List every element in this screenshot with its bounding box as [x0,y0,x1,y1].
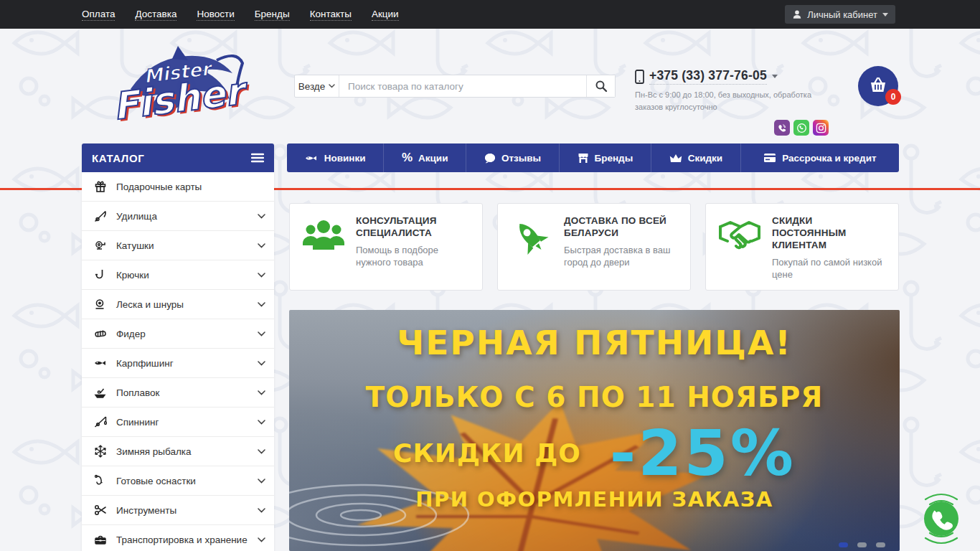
chevron-down-icon [258,331,265,336]
feature-text: Помощь в подборе нужного товара [356,245,472,269]
top-utility-bar: Оплата Доставка Новости Бренды Контакты … [0,0,980,29]
snowflake-icon [89,444,112,458]
page: Оплата Доставка Новости Бренды Контакты … [0,0,980,551]
topbar-link-brands[interactable]: Бренды [255,9,290,21]
nav-label: Бренды [595,153,633,164]
search-input[interactable] [339,75,586,97]
phone-block: +375 (33) 377-76-05 Пн-Вс с 9:00 до 18:0… [635,68,821,113]
topbar-link-delivery[interactable]: Доставка [135,9,176,21]
hook-icon [89,268,112,282]
catalog-item-rigs[interactable]: Готовые оснастки [82,466,274,496]
topbar-link-contacts[interactable]: Контакты [310,9,352,21]
phone-number: +375 (33) 377-76-05 [649,68,767,85]
crown-icon [669,153,682,164]
carousel-dot-3[interactable] [876,542,885,547]
search-scope-select[interactable]: Везде [295,75,339,97]
hamburger-icon [251,153,264,163]
rocket-icon [509,215,554,290]
nav-item-reviews[interactable]: Отзывы [466,143,560,172]
chevron-down-icon [258,537,265,542]
carousel-dot-1[interactable] [839,542,848,547]
feature-title: ДОСТАВКА ПО ВСЕЙ БЕЛАРУСИ [564,215,680,240]
catalog-item-label: Леска и шнуры [116,299,258,310]
catalog-item-feeder[interactable]: Фидер [82,319,274,349]
banner-text-layer: ЧЕРНАЯ ПЯТНИЦА! ТОЛЬКО С 6 ПО 11 НОЯБРЯ … [289,310,900,551]
search-scope-value: Везде [298,81,326,92]
topbar-link-payment[interactable]: Оплата [82,9,115,21]
catalog-item-label: Катушки [116,240,258,251]
feature-card-delivery: ДОСТАВКА ПО ВСЕЙ БЕЛАРУСИ Быстрая достав… [497,203,691,291]
phone-dropdown[interactable]: +375 (33) 377-76-05 [635,68,821,85]
cart-button[interactable]: 0 [858,66,898,106]
percent-icon: % [402,151,413,165]
catalog-sidebar: КАТАЛОГ Подарочные карты [82,143,274,551]
social-links [774,120,829,136]
account-button[interactable]: Личный кабинет [785,5,895,24]
mobile-phone-icon [635,70,644,84]
topbar-link-news[interactable]: Новости [197,9,234,21]
feature-text: Покупай по самой низкой цене [772,257,888,281]
fish-icon [305,154,319,163]
catalog-item-label: Поплавок [116,387,258,398]
feature-card-consultation: КОНСУЛЬТАЦИЯ СПЕЦИАЛИСТА Помощь в подбор… [289,203,483,291]
reel-icon [89,238,112,253]
feature-cards: КОНСУЛЬТАЦИЯ СПЕЦИАЛИСТА Помощь в подбор… [289,203,899,291]
viber-icon[interactable] [774,120,790,136]
feature-title: СКИДКИ ПОСТОЯННЫМ КЛИЕНТАМ [772,215,888,252]
logo[interactable]: Mister Fisher Fisher [109,39,250,136]
nav-item-discounts[interactable]: Скидки [651,143,741,172]
catalog-item-label: Спиннинг [116,417,258,428]
banner-discount-row: СКИДКИ ДО -25% [393,425,796,481]
catalog-item-carpfishing[interactable]: Карпфишинг [82,349,274,378]
catalog-item-reels[interactable]: Катушки [82,231,274,260]
catalog-item-storage[interactable]: Транспортировка и хранение [82,525,274,551]
nav-item-promos[interactable]: % Акции [384,143,466,172]
banner-footnote: ПРИ ОФОРМЛЕНИИ ЗАКАЗА [415,487,773,512]
chevron-down-icon [258,449,265,454]
chevron-down-icon [258,361,265,366]
logo-word-fisher: Fisher [110,69,250,128]
chevron-down-icon [258,479,265,484]
catalog-item-label: Удилища [116,211,258,222]
people-group-icon [301,215,346,290]
nav-item-credit[interactable]: Рассрочка и кредит [741,143,899,172]
search-button[interactable] [586,75,615,97]
chevron-down-icon [772,75,778,78]
catalog-item-label: Инструменты [116,505,258,516]
catalog-item-spinning[interactable]: Спиннинг [82,408,274,437]
catalog-item-tools[interactable]: Инструменты [82,496,274,525]
instagram-icon[interactable] [813,120,829,136]
catalog-item-label: Крючки [116,270,258,281]
account-label: Личный кабинет [807,9,877,20]
catalog-item-floats[interactable]: Поплавок [82,378,274,408]
catalog-header[interactable]: КАТАЛОГ [82,143,274,172]
catalog-item-label: Зимняя рыбалка [116,446,258,457]
feature-card-body: КОНСУЛЬТАЦИЯ СПЕЦИАЛИСТА Помощь в подбор… [356,215,472,290]
catalog-item-rods[interactable]: Удилища [82,202,274,231]
search-icon [595,80,608,93]
whatsapp-icon[interactable] [793,120,809,136]
chevron-down-icon [329,84,335,88]
carousel-dot-2[interactable] [857,542,867,547]
chat-bubble-icon [484,153,496,164]
banner-discount-value: -25% [610,425,796,481]
catalog-item-winter[interactable]: Зимняя рыбалка [82,437,274,466]
handshake-icon [717,215,762,290]
nav-item-brands[interactable]: Бренды [560,143,651,172]
feature-card-loyalty: СКИДКИ ПОСТОЯННЫМ КЛИЕНТАМ Покупай по са… [705,203,899,291]
spinning-rod-icon [89,415,112,429]
cart-count-badge: 0 [885,89,901,105]
working-hours: Пн-Вс с 9:00 до 18:00, без выходных, обр… [635,89,813,113]
catalog-item-label: Фидер [116,329,258,339]
catalog-item-gift-cards[interactable]: Подарочные карты [82,172,274,202]
callback-widget[interactable] [915,489,967,548]
banner-subtitle: ТОЛЬКО С 6 ПО 11 НОЯБРЯ [366,381,824,413]
promo-banner[interactable]: ЧЕРНАЯ ПЯТНИЦА! ТОЛЬКО С 6 ПО 11 НОЯБРЯ … [289,310,900,551]
gift-icon [89,179,112,194]
nav-item-new[interactable]: Новинки [287,143,384,172]
topbar-link-promos[interactable]: Акции [372,9,399,21]
catalog-item-lines[interactable]: Леска и шнуры [82,290,274,319]
scissors-icon [89,503,112,517]
catalog-item-hooks[interactable]: Крючки [82,260,274,290]
chevron-down-icon [258,420,265,425]
